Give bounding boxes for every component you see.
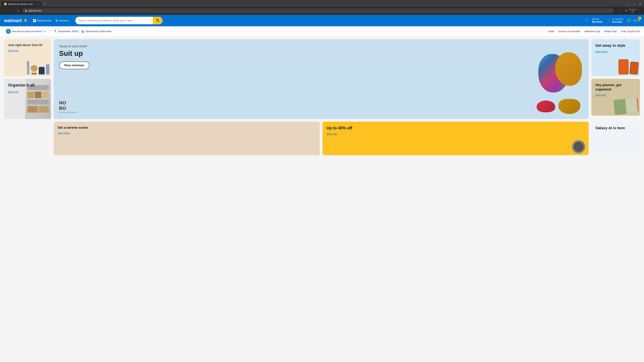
shelf-items-row-2: [27, 106, 49, 113]
location-pin-icon: 📍: [54, 30, 57, 33]
cough-nav-link[interactable]: Cold, Cough & Flu: [621, 30, 640, 33]
scene-shop-link[interactable]: Shop home: [58, 132, 70, 134]
organize-shop-link[interactable]: Shop now: [8, 90, 18, 93]
location-selector[interactable]: 📍 Sacramento, 95829: [54, 30, 78, 33]
travel-promo-card[interactable]: Get away in style Shop travel: [591, 39, 640, 76]
address-bar-container: ← → ↻ walmart.com ☆ ⧉ Incognito (3) ⋮: [0, 7, 644, 15]
store-selector[interactable]: 🏪 Sacramento Supercenter: [81, 30, 112, 33]
store-icon: 🏪: [81, 30, 84, 33]
sale-visual: [572, 140, 585, 153]
brand-logo-sub: NO BOUNDARIES: [59, 112, 78, 113]
decor-group: [31, 65, 38, 74]
shelf-row-2: [27, 99, 49, 105]
right-cards: Get away in style Shop travel Hey planne…: [591, 39, 640, 119]
services-label: Services: [59, 19, 69, 22]
swimsuit-2: [555, 52, 582, 86]
swimsuit-bottom-1: [558, 99, 580, 114]
luggage-visual: [618, 59, 638, 74]
travel-card-title: Get away in style: [595, 43, 636, 48]
decor-card-content: Just right decor from $7 Shop now: [8, 43, 47, 52]
departments-nav-item[interactable]: Departments: [33, 19, 52, 22]
walmart-logo-text: walmart: [4, 18, 22, 23]
galaxy-promo-card[interactable]: Galaxy AI is here: [591, 122, 640, 155]
hero-card-content: Vacay on your mind? Suit up Shop swimwea…: [59, 44, 90, 69]
sphere-decoration: [31, 65, 38, 72]
cart-icon-symbol: 🛒: [626, 18, 632, 23]
reorder-button[interactable]: Reorder My Items: [592, 18, 603, 23]
account-icon: 👤: [606, 18, 611, 23]
decor-card-title: Just right decor from $7: [8, 43, 47, 47]
tab-title: Walmart has deals on the most...: [8, 3, 36, 5]
services-nav-item[interactable]: ⊞ Services: [56, 19, 69, 22]
swimwear-visual: [271, 49, 589, 119]
heart-icon: ♡: [585, 18, 589, 23]
url-text[interactable]: walmart.com: [28, 9, 42, 12]
split-screen-button[interactable]: ⧉: [623, 8, 628, 13]
delivery-icon: [6, 29, 11, 34]
cart-button[interactable]: 🛒 8 $51.15: [626, 18, 640, 23]
swimsuit-bottom-2: [537, 100, 555, 112]
tab-bar: W Walmart has deals on the most... × + ─…: [0, 0, 644, 7]
secondary-nav: How do you want your items? ▾ | 📍 Sacram…: [0, 26, 644, 36]
site-header: walmart ✦ Departments ⊞ Services ♡: [0, 15, 644, 26]
search-input[interactable]: [75, 17, 153, 24]
bookmark-button[interactable]: ☆: [616, 8, 622, 13]
new-tab-button[interactable]: +: [42, 2, 47, 6]
account-text: Hi, Lauren D Account: [612, 18, 623, 23]
decor-items-visual: [27, 61, 49, 74]
profile-button[interactable]: Incognito (3): [630, 8, 635, 13]
store-text: Sacramento Supercenter: [86, 30, 112, 33]
sale-promo-card[interactable]: Up to 40% off Shop now: [322, 122, 589, 155]
delivery-selector[interactable]: How do you want your items? ▾: [4, 28, 48, 35]
promo-grid: Just right decor from $7 Shop now Organi: [4, 39, 640, 119]
planner-promo-card[interactable]: Hey planner, get organized Shop now: [591, 79, 640, 116]
close-window-button[interactable]: ✕: [637, 1, 643, 7]
notebook-1: [614, 99, 626, 115]
decor-shop-link[interactable]: Shop now: [8, 49, 18, 52]
candle-decoration: [27, 61, 29, 74]
sale-product: [574, 142, 584, 152]
wishlist-button[interactable]: ♡: [585, 18, 589, 23]
planner-visual: [614, 98, 639, 115]
search-button[interactable]: [153, 17, 162, 24]
bottom-cards: Set a serene scene Shop home Up to 40% o…: [4, 122, 640, 155]
grocery-nav-link[interactable]: Grocery & Essentials: [558, 30, 580, 33]
minimize-button[interactable]: ─: [625, 1, 630, 7]
delivery-text: How do you want your items?: [12, 30, 43, 33]
walmart-logo[interactable]: walmart ✦: [4, 17, 28, 24]
organize-card-title: Organize it all: [8, 83, 47, 88]
reload-button[interactable]: ↻: [16, 8, 21, 13]
hero-subtitle: Vacay on your mind?: [59, 44, 90, 48]
scene-card-title: Set a serene scene: [58, 126, 316, 130]
main-content: Just right decor from $7 Shop now Organi: [0, 36, 644, 158]
hero-title: Suit up: [59, 49, 90, 57]
luggage-2: [630, 61, 639, 75]
forward-button[interactable]: →: [9, 8, 14, 13]
travel-shop-link[interactable]: Shop travel: [595, 50, 607, 53]
deals-nav-link[interactable]: Deals: [548, 30, 554, 33]
hero-brand-logo: NOBO NO BOUNDARIES: [59, 100, 78, 114]
menu-button[interactable]: ⋮: [636, 8, 642, 13]
planner-shop-link[interactable]: Shop now: [595, 94, 606, 96]
scene-promo-card[interactable]: Set a serene scene Shop home: [54, 122, 320, 155]
shelf-item-5: [38, 106, 49, 113]
shop-swimwear-button[interactable]: Shop swimwear: [59, 61, 90, 69]
back-button[interactable]: ←: [2, 8, 8, 13]
hero-promo-card[interactable]: Vacay on your mind? Suit up Shop swimwea…: [54, 39, 589, 119]
organize-promo-card[interactable]: Organize it all Shop now: [4, 79, 51, 119]
sale-card-title: Up to 40% off: [326, 126, 585, 130]
search-bar: [75, 17, 162, 24]
winter-nav-link[interactable]: Winter Prep: [604, 30, 617, 33]
valentines-nav-link[interactable]: Valentine's Day: [584, 30, 600, 33]
luggage-1: [618, 59, 628, 74]
sale-shop-link[interactable]: Shop now: [326, 133, 337, 135]
url-bar[interactable]: walmart.com: [22, 8, 614, 13]
maximize-button[interactable]: □: [631, 1, 636, 7]
secondary-nav-left: How do you want your items? ▾ | 📍 Sacram…: [4, 28, 112, 35]
account-button[interactable]: 👤 Hi, Lauren D Account: [606, 18, 623, 23]
tab-close-button[interactable]: ×: [38, 3, 39, 5]
reorder-text: Reorder My Items: [592, 18, 603, 23]
organize-card-content: Organize it all Shop now: [8, 83, 47, 93]
decor-promo-card[interactable]: Just right decor from $7 Shop now: [4, 39, 51, 76]
active-tab[interactable]: W Walmart has deals on the most... ×: [1, 1, 42, 7]
